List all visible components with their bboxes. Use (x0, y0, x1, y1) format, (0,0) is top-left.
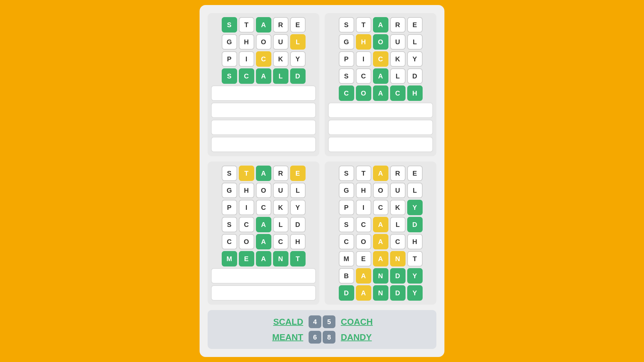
grid-cell: G (222, 183, 237, 198)
grid-cell: M (222, 251, 237, 266)
empty-row (211, 120, 316, 135)
grid-cell: U (390, 34, 406, 50)
empty-row (211, 103, 316, 118)
word-dandy[interactable]: DANDY (341, 332, 381, 343)
grid-cell: A (373, 234, 388, 249)
grid-cell: L (407, 183, 423, 198)
grid-cell: O (239, 234, 254, 249)
grid-cell: L (290, 34, 306, 50)
main-container: STAREGHOULPICKYSCALD STAREGHOULPICKYSCAL… (200, 5, 444, 357)
grid-cell: C (222, 234, 237, 249)
badge-4: 4 (309, 315, 321, 328)
grid-cell: T (239, 166, 254, 181)
grid-cell: E (356, 251, 371, 266)
word-meant[interactable]: MEANT (263, 332, 303, 343)
grid-row: GHOUL (211, 34, 316, 50)
badges-row2: 6 8 (309, 331, 335, 344)
grid-cell: D (339, 285, 354, 301)
grid-cell: U (273, 34, 288, 50)
badge-5: 5 (323, 315, 335, 328)
grid-cell: K (273, 51, 288, 67)
grid-cell: L (390, 68, 406, 84)
grid-cell: D (407, 68, 423, 84)
grid-cell: L (290, 183, 306, 198)
grid-cell: S (222, 166, 237, 181)
grid-cell: O (256, 183, 271, 198)
grid-cell: D (290, 68, 306, 84)
grid-row: PICKY (328, 200, 433, 215)
grid-cell: A (373, 68, 388, 84)
grid-row: SCALD (211, 217, 316, 232)
grid-cell: L (407, 34, 423, 50)
grid-row: GHOUL (328, 34, 433, 50)
grid-row: COACH (328, 234, 433, 249)
grid-cell: S (339, 68, 354, 84)
grid-row: PICKY (211, 51, 316, 67)
bottom-bar: SCALD 4 5 COACH MEANT 6 8 DANDY (208, 310, 436, 349)
grid-cell: C (256, 200, 271, 215)
grid-cell: L (390, 217, 406, 232)
score-row-2: MEANT 6 8 DANDY (263, 331, 381, 344)
grid-cell: P (339, 200, 354, 215)
grid-cell: C (256, 51, 271, 67)
grid-cell: C (239, 68, 254, 84)
grid-cell: H (239, 34, 254, 50)
grid-cell: C (373, 51, 388, 67)
grid-cell: A (356, 268, 371, 284)
grid-cell: H (239, 183, 254, 198)
grid-cell: E (290, 166, 306, 181)
grid-cell: A (373, 166, 388, 181)
empty-row (211, 268, 316, 284)
grid-cell: P (339, 51, 354, 67)
grid-cell: A (256, 217, 271, 232)
grid-cell: S (222, 217, 237, 232)
grid-cell: C (273, 234, 288, 249)
grid-row: MEANT (328, 251, 433, 266)
grid-cell: C (390, 234, 406, 249)
grid-cell: Y (407, 200, 423, 215)
word-scald[interactable]: SCALD (263, 317, 303, 327)
grid-row: PICKY (211, 200, 316, 215)
grid-cell: C (339, 234, 354, 249)
grid-cell: M (339, 251, 354, 266)
grid-cell: I (356, 51, 371, 67)
grid-cell: T (356, 166, 371, 181)
grid-cell: D (390, 268, 406, 284)
grid-cell: I (239, 200, 254, 215)
grid-cell: O (356, 85, 371, 101)
grid-cell: A (373, 251, 388, 266)
grid-cell: S (222, 68, 237, 84)
grid-row: PICKY (328, 51, 433, 67)
grid-cell: S (339, 17, 354, 33)
grid-cell: S (339, 166, 354, 181)
grid-cell: A (356, 285, 371, 301)
grid-row: STARE (328, 166, 433, 181)
grid-cell: Y (290, 51, 306, 67)
grids-area: STAREGHOULPICKYSCALD STAREGHOULPICKYSCAL… (208, 13, 436, 305)
grid-cell: H (356, 183, 371, 198)
grid-cell: N (373, 268, 388, 284)
grid-cell: A (373, 17, 388, 33)
grid-cell: E (290, 17, 306, 33)
grid-row: GHOUL (328, 183, 433, 198)
grid-cell: G (339, 34, 354, 50)
word-coach[interactable]: COACH (341, 317, 381, 327)
grid-cell: H (290, 234, 306, 249)
grid-cell: C (390, 85, 406, 101)
score-row-1: SCALD 4 5 COACH (263, 315, 381, 328)
grid-cell: G (339, 183, 354, 198)
grid-cell: N (273, 251, 288, 266)
grid-cell: T (290, 251, 306, 266)
badge-8: 8 (323, 331, 335, 344)
grid-row: COACH (328, 85, 433, 101)
grid-cell: O (373, 183, 388, 198)
grid-row: MEANT (211, 251, 316, 266)
grid-cell: R (390, 17, 406, 33)
grid-cell: B (339, 268, 354, 284)
grid-row: COACH (211, 234, 316, 249)
grid-cell: T (239, 17, 254, 33)
grid-cell: D (407, 217, 423, 232)
grid-cell: C (373, 200, 388, 215)
grid-cell: A (373, 217, 388, 232)
grid-cell: G (222, 34, 237, 50)
